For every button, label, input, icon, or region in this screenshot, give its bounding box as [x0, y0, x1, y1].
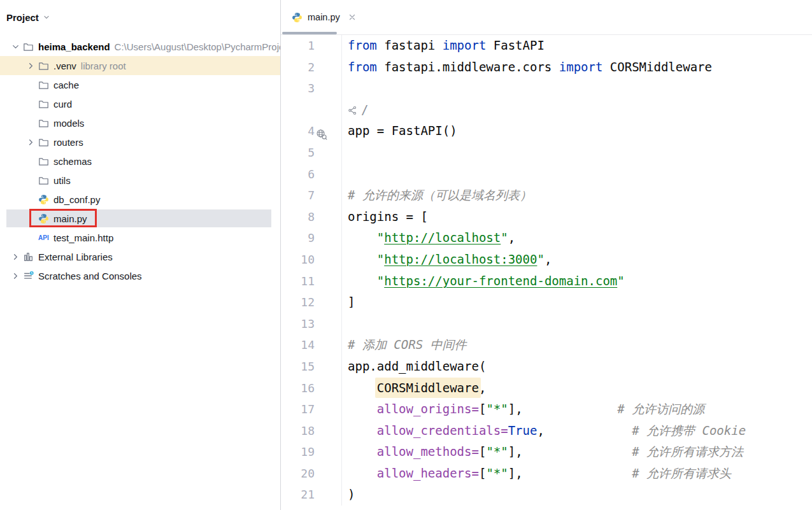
code-text[interactable]: origins = [ — [342, 206, 428, 228]
code-line[interactable]: 2from fastapi.middleware.cors import COR… — [281, 57, 812, 78]
line-number[interactable]: 9 — [281, 227, 342, 249]
code-line[interactable]: 18 allow_credentials=True, # 允许携带 Cookie — [281, 420, 812, 442]
code-line[interactable]: 16 CORSMiddleware, — [281, 378, 812, 399]
line-number[interactable]: 7 — [281, 185, 342, 206]
line-number[interactable]: 20 — [281, 463, 342, 485]
line-number[interactable]: 18 — [281, 420, 342, 442]
code-text[interactable]: allow_methods=["*"], # 允许所有请求方法 — [342, 441, 743, 463]
code-line[interactable]: 4app = FastAPI() — [281, 120, 812, 142]
line-number[interactable]: 12 — [281, 292, 342, 313]
code-text[interactable] — [342, 164, 348, 185]
line-number[interactable]: 4 — [281, 120, 342, 142]
token-str: "*" — [486, 444, 508, 458]
token-str: " — [377, 230, 384, 244]
line-number[interactable]: 14 — [281, 334, 342, 356]
token-pl — [348, 252, 377, 266]
line-number[interactable]: 1 — [281, 35, 342, 57]
code-text[interactable]: allow_headers=["*"], # 允许所有请求头 — [342, 463, 731, 485]
code-line[interactable]: 19 allow_methods=["*"], # 允许所有请求方法 — [281, 441, 812, 463]
code-line[interactable]: 6 — [281, 164, 812, 185]
line-number[interactable]: 2 — [281, 57, 342, 78]
tree-item-models[interactable]: models — [0, 113, 280, 132]
editor-tab-bar: main.py — [281, 0, 812, 35]
code-line[interactable]: 15app.add_middleware( — [281, 356, 812, 378]
line-number[interactable]: 17 — [281, 399, 342, 420]
line-number[interactable]: 16 — [281, 378, 342, 399]
code-text[interactable]: allow_credentials=True, # 允许携带 Cookie — [342, 420, 746, 442]
tree-item-utils[interactable]: utils — [0, 171, 280, 190]
code-line[interactable]: 8origins = [ — [281, 206, 812, 228]
code-line[interactable]: 1from fastapi import FastAPI — [281, 35, 812, 57]
tree-item-test-main-http[interactable]: APItest_main.http — [0, 228, 280, 247]
chevron-right-icon[interactable] — [23, 60, 38, 71]
code-text[interactable]: from fastapi import FastAPI — [342, 35, 545, 57]
code-text[interactable]: app.add_middleware( — [342, 356, 486, 378]
line-number[interactable]: 11 — [281, 271, 342, 292]
code-line[interactable]: 12] — [281, 292, 812, 313]
line-number[interactable]: 19 — [281, 441, 342, 463]
line-number[interactable]: 21 — [281, 484, 342, 506]
code-line[interactable]: 17 allow_origins=["*"], # 允许访问的源 — [281, 399, 812, 420]
code-text[interactable]: # 添加 CORS 中间件 — [342, 334, 467, 356]
tree-item-external-libraries[interactable]: External Libraries — [0, 247, 280, 266]
tree-item-venv[interactable]: .venvlibrary root — [0, 56, 280, 75]
tree-item-routers[interactable]: routers — [0, 132, 280, 152]
tree-item-label: utils — [53, 175, 71, 186]
code-text[interactable]: ] — [342, 292, 355, 313]
tree-item-heima-backend[interactable]: heima_backendC:\Users\August\Desktop\Pyc… — [0, 37, 280, 56]
line-number[interactable]: 5 — [281, 142, 342, 164]
tree-item-scratches-and-consoles[interactable]: Scratches and Consoles — [0, 266, 280, 285]
line-number[interactable]: 8 — [281, 206, 342, 228]
code-line[interactable]: 7# 允许的来源（可以是域名列表） — [281, 185, 812, 206]
code-line[interactable]: 14# 添加 CORS 中间件 — [281, 334, 812, 356]
code-line[interactable]: 11 "https://your-frontend-domain.com" — [281, 271, 812, 292]
code-text[interactable]: allow_origins=["*"], # 允许访问的源 — [342, 399, 704, 420]
tree-item-cache[interactable]: cache — [0, 75, 280, 94]
chevron-right-icon[interactable] — [23, 137, 38, 147]
tree-item-schemas[interactable]: schemas — [0, 152, 280, 171]
code-text[interactable]: CORSMiddleware, — [342, 378, 486, 399]
code-text[interactable]: ) — [342, 484, 355, 506]
code-text[interactable] — [342, 313, 348, 335]
tree-item-main-py[interactable]: main.py — [0, 209, 280, 228]
project-panel-header[interactable]: Project — [0, 0, 280, 34]
chevron-right-icon[interactable] — [8, 251, 23, 262]
code-line[interactable]: 21) — [281, 484, 812, 506]
code-area[interactable]: 1from fastapi import FastAPI2from fastap… — [281, 35, 812, 510]
tree-item-db-conf-py[interactable]: db_conf.py — [0, 190, 280, 209]
code-text[interactable] — [342, 78, 348, 99]
endpoint-inlay-hint[interactable]: / — [348, 99, 368, 121]
code-text[interactable]: app = FastAPI() — [342, 120, 457, 142]
line-number[interactable]: 10 — [281, 249, 342, 271]
token-pl: ) — [348, 487, 355, 501]
code-text[interactable]: "http://localhost:3000", — [342, 249, 552, 271]
chevron-down-icon[interactable] — [8, 41, 23, 52]
token-pl: ], — [508, 466, 523, 480]
tree-item-curd[interactable]: curd — [0, 94, 280, 113]
token-par: allow_origins= — [377, 402, 479, 416]
line-number[interactable]: 6 — [281, 164, 342, 185]
code-text[interactable]: # 允许的来源（可以是域名列表） — [342, 185, 532, 206]
code-line[interactable]: 10 "http://localhost:3000", — [281, 249, 812, 271]
inlay-hint-row[interactable]: / — [281, 99, 812, 121]
line-number[interactable]: 13 — [281, 313, 342, 335]
folder-icon — [38, 175, 51, 186]
token-str: " — [377, 252, 384, 266]
code-line[interactable]: 20 allow_headers=["*"], # 允许所有请求头 — [281, 463, 812, 485]
tree-item-label: Scratches and Consoles — [38, 271, 142, 281]
code-line[interactable]: 3 — [281, 78, 812, 99]
code-text[interactable]: / — [342, 99, 368, 121]
code-text[interactable]: "http://localhost", — [342, 227, 515, 249]
code-text[interactable] — [342, 142, 348, 164]
line-number[interactable]: 3 — [281, 78, 342, 99]
code-text[interactable]: "https://your-frontend-domain.com" — [342, 271, 625, 292]
editor-tab-main-py[interactable]: main.py — [281, 0, 364, 34]
code-line[interactable]: 5 — [281, 142, 812, 164]
chevron-right-icon[interactable] — [8, 271, 23, 281]
tab-close-icon[interactable] — [348, 13, 356, 21]
code-line[interactable]: 9 "http://localhost", — [281, 227, 812, 249]
line-number[interactable]: 15 — [281, 356, 342, 378]
code-text[interactable]: from fastapi.middleware.cors import CORS… — [342, 57, 712, 78]
code-line[interactable]: 13 — [281, 313, 812, 335]
token-pl: [ — [479, 402, 486, 416]
